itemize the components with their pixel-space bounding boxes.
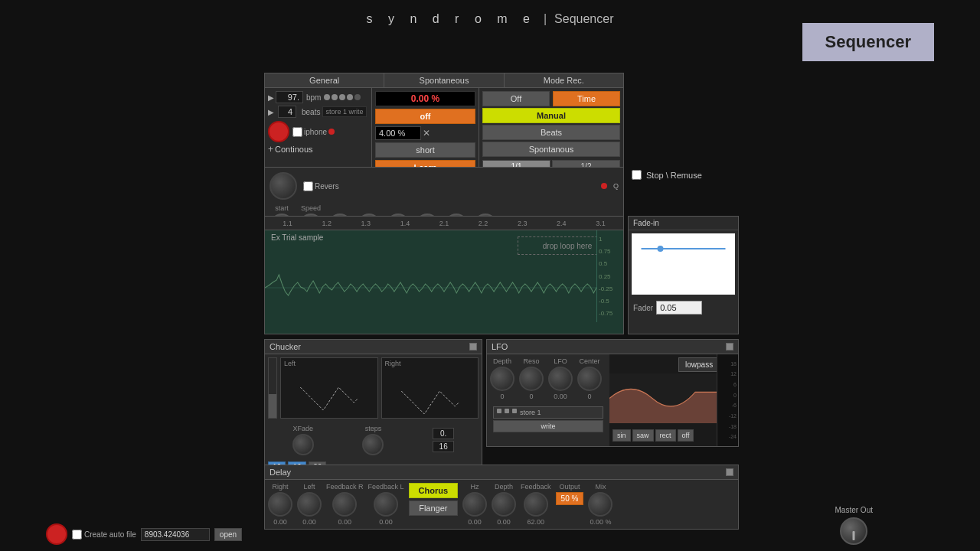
off-button[interactable]: off [375,109,475,124]
delay-left-val: 0.00 [302,518,316,526]
mode-time-button[interactable]: Time [553,91,620,106]
feedback-l-knob[interactable] [374,492,398,517]
fader-input[interactable] [656,301,702,315]
db-075: 0.75 [599,248,622,255]
clear-pct-button[interactable]: ✕ [421,128,432,139]
chucker-section: Chucker Left Right XFade steps [264,339,482,477]
bpm-input[interactable] [276,91,303,103]
mode-manual-button[interactable]: Manual [482,108,620,123]
xfade-col: XFade [292,425,314,455]
output-pct-button[interactable]: 50 % [556,492,584,505]
store-label: store 1 write [322,106,366,117]
q-label: Q [613,182,619,190]
db-0: -0.25 [599,285,622,292]
delay-feedback-col: Feedback 62.00 [521,483,551,526]
store-dot-2 [505,409,509,413]
fader-row: Fader [629,298,738,318]
delay-left-label: Left [303,483,315,491]
delay-body: Right 0.00 Left 0.00 Feedback R 0.00 Fee… [265,480,738,529]
continuous-label: Continous [275,145,313,154]
mode-beats-button[interactable]: Beats [482,125,620,140]
open-button[interactable]: open [214,528,242,541]
revers-checkbox-input[interactable] [303,181,313,191]
output-label: Output [559,483,580,491]
iphone-checkbox-label[interactable]: iphone [292,127,335,137]
feedback-r-val: 0.00 [338,518,352,526]
file-input[interactable] [141,528,210,541]
center-knob[interactable] [577,367,602,391]
db-n05: -0.5 [599,298,622,305]
output-col: Output 50 % [556,483,584,505]
chorus-button[interactable]: Chorus [409,483,459,498]
continuous-toggle[interactable]: + [268,144,273,155]
chucker-left-channel: Left [280,357,378,419]
mix-knob[interactable] [588,492,612,517]
delay-feedback-knob[interactable] [524,492,548,517]
reverb-main-knob[interactable] [270,172,297,200]
store-1-label: store 1 [520,409,541,416]
app-title: s y n d r o m e [367,12,536,26]
revers-checkbox[interactable]: Revers [303,181,339,191]
bpm-down-arrow[interactable]: ▶ [268,93,274,102]
lfo-rate-knob[interactable] [548,367,573,391]
mode-spontaneous-button[interactable]: Spontanous [482,142,620,157]
reso-knob-col: Reso 0 [519,357,544,400]
delay-left-knob[interactable] [297,492,322,517]
feedback-r-knob[interactable] [332,492,357,517]
dot-3 [339,94,345,100]
delay-title: Delay [270,468,291,477]
sequencer-button[interactable]: Sequencer [802,23,935,61]
fader-label: Fader [633,304,653,312]
rect-wave-button[interactable]: rect [655,429,676,442]
lfo-store-box: store 1 [493,406,603,419]
feedback-r-col: Feedback R 0.00 [326,483,364,526]
saw-wave-button[interactable]: saw [632,429,654,442]
steps-input-2[interactable] [433,441,454,452]
wave-buttons: sin saw rect off [612,429,694,442]
record-row: iphone [268,121,368,142]
beats-arrow[interactable]: ▶ [268,108,274,116]
hz-knob[interactable] [462,492,487,517]
reso-knob[interactable] [519,367,544,391]
chucker-main-meter [268,357,277,419]
auto-file-checkbox[interactable] [72,530,82,540]
delay-section: Delay Right 0.00 Left 0.00 Feedback R 0.… [264,465,739,530]
record-button[interactable] [268,121,289,142]
delay-feedback-val: 62.00 [528,518,545,526]
lfo-title: LFO [492,342,508,351]
xfade-knob[interactable] [292,434,314,455]
beats-input[interactable] [278,106,296,118]
fadein-section: Fade-in Fader [628,216,739,334]
waveform-area[interactable]: Ex Trial sample drop loop here 1 0.75 0.… [265,230,623,322]
spontaneous-header: Spontaneous [384,73,504,87]
db-025: 0.25 [599,273,622,280]
mode-off-button[interactable]: Off [482,91,550,106]
steps-input-1[interactable] [433,428,454,439]
pct-input[interactable] [375,126,421,140]
stop-remuse-checkbox[interactable] [632,170,642,180]
stop-remuse-label: Stop \ Remuse [646,171,702,180]
pct-input-row: ✕ [375,126,475,140]
bottom-rec-ball[interactable] [46,523,67,545]
short-button[interactable]: short [375,142,475,158]
fadein-graph[interactable] [632,233,735,295]
chucker-controls: XFade steps [265,422,482,458]
master-out-knob[interactable] [840,517,867,545]
lfo-write-button[interactable]: write [493,420,603,432]
delay-right-knob[interactable] [268,492,292,517]
db-1: 1 [599,236,622,243]
iphone-checkbox[interactable] [292,127,302,137]
off-wave-button[interactable]: off [678,429,694,442]
steps-knob[interactable] [362,434,384,455]
lfo-store-row: store 1 write [490,403,606,435]
delay-depth-knob[interactable] [492,492,516,517]
depth-knob[interactable] [490,367,514,391]
delay-right-val: 0.00 [273,518,287,526]
sin-wave-button[interactable]: sin [612,429,631,442]
feedback-l-val: 0.00 [379,518,393,526]
lfo-knob-row: Depth 0 Reso 0 LFO 0.00 Center 0 [490,357,606,400]
center-knob-col: Center 0 [577,357,602,400]
store-dot-1 [497,409,501,413]
sample-label: Ex Trial sample [271,233,323,242]
flanger-button[interactable]: Flanger [409,500,459,516]
